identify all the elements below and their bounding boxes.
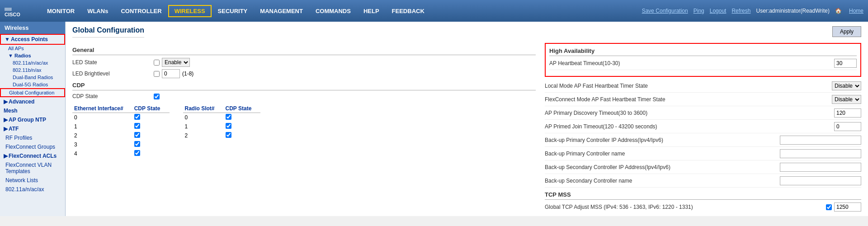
led-brightlevel-row: LED Brightlevel 0 (1-8)	[72, 69, 536, 78]
cdp-eth-checkbox-0[interactable]	[134, 114, 140, 120]
save-config-link[interactable]: Save Configuration	[642, 8, 688, 14]
sidebar-item-network-lists[interactable]: Network Lists	[0, 176, 65, 185]
cdp-eth-checkbox-3[interactable]	[134, 141, 140, 147]
cdp-eth-checkbox-cell-1	[132, 122, 170, 131]
sidebar-access-points-label: Access Points	[11, 36, 48, 42]
primed-join-input[interactable]: 0	[834, 122, 861, 131]
apply-button[interactable]: Apply	[832, 26, 861, 37]
local-mode-control: Disable Enable	[832, 81, 861, 90]
tcp-mss-control: 1250	[826, 202, 861, 212]
led-brightlevel-range: (1-8)	[182, 71, 193, 77]
cdp-eth-checkbox-1[interactable]	[134, 123, 140, 129]
cdp-radio-checkbox-cell-2	[224, 131, 261, 140]
tcp-mss-input[interactable]: 1250	[834, 202, 861, 212]
cdp-eth-checkbox-cell-0	[132, 113, 170, 122]
sidebar-item-global-config[interactable]: Global Configuration	[0, 88, 65, 97]
home-link[interactable]: Home	[849, 8, 863, 14]
cdp-radio-table: Radio Slot# CDP State 012	[183, 104, 261, 140]
content-area: Global Configuration Apply General LED S…	[66, 22, 868, 216]
sidebar-item-802-11a[interactable]: 802.11a/n/ac/ax	[0, 185, 65, 194]
sidebar-item-flexconnect-groups[interactable]: FlexConnect Groups	[0, 142, 65, 151]
nav-security[interactable]: SECURITY	[212, 5, 254, 17]
sidebar-item-all-aps[interactable]: All APs	[0, 45, 65, 52]
cdp-eth-row-3: 3	[72, 140, 170, 149]
cdp-radio-checkbox-1[interactable]	[226, 123, 231, 129]
cdp-state-control	[154, 94, 160, 99]
expand-atf-icon: ▶	[4, 126, 8, 132]
cdp-radio-checkbox-2[interactable]	[226, 132, 231, 138]
cdp-state-col-header: CDP State	[132, 104, 170, 113]
cdp-radio-checkbox-0[interactable]	[226, 114, 231, 120]
main-nav: MONITOR WLANs CONTROLLER WIRELESS SECURI…	[41, 5, 642, 17]
led-state-checkbox[interactable]	[154, 60, 160, 66]
nav-commands[interactable]: COMMANDS	[309, 5, 357, 17]
sidebar-item-mesh[interactable]: Mesh	[0, 106, 65, 115]
cdp-eth-checkbox-cell-2	[132, 131, 170, 140]
flexconnect-mode-label: FlexConnect Mode AP Fast Heartbeat Timer…	[545, 96, 832, 103]
sidebar-item-ap-group-ntp[interactable]: ▶ AP Group NTP	[0, 115, 65, 124]
nav-controller[interactable]: CONTROLLER	[114, 5, 168, 17]
local-mode-select[interactable]: Disable Enable	[832, 81, 861, 90]
sidebar-item-dual-5g[interactable]: Dual-5G Radios	[0, 81, 65, 88]
cdp-radio-checkbox-cell-1	[224, 122, 261, 131]
flexconnect-mode-select[interactable]: Disable Enable	[832, 95, 861, 104]
svg-text:CISCO: CISCO	[5, 12, 20, 17]
sidebar-item-advanced[interactable]: ▶ Advanced	[0, 97, 65, 106]
expand-advanced-icon: ▶	[4, 99, 8, 105]
refresh-link[interactable]: Refresh	[731, 8, 750, 14]
nav-monitor[interactable]: MONITOR	[41, 5, 81, 17]
nav-management[interactable]: MANAGEMENT	[254, 5, 309, 17]
high-availability-box: High Availability AP Heartbeat Timeout(1…	[545, 43, 861, 77]
cdp-state-checkbox[interactable]	[154, 94, 160, 99]
primed-join-row: AP Primed Join Timeout(120 - 43200 secon…	[545, 122, 861, 133]
backup-secondary-ip-input[interactable]	[780, 163, 861, 172]
led-state-select[interactable]: Enable	[162, 58, 190, 67]
led-state-label: LED State	[72, 59, 154, 66]
cdp-eth-iface-0: 0	[72, 113, 132, 122]
backup-primary-ip-label: Back-up Primary Controller IP Address(Ip…	[545, 137, 780, 143]
cdp-eth-checkbox-cell-4	[132, 149, 170, 158]
cdp-state-label: CDP State	[72, 93, 154, 99]
cdp-eth-checkbox-2[interactable]	[134, 132, 140, 138]
led-brightlevel-control: 0 (1-8)	[154, 69, 193, 78]
local-mode-row: Local Mode AP Fast Heartbeat Timer State…	[545, 81, 861, 93]
sidebar-item-radio-b[interactable]: 802.11b/n/ax	[0, 66, 65, 74]
backup-primary-name-input[interactable]	[780, 149, 861, 158]
cdp-eth-iface-2: 2	[72, 131, 132, 140]
nav-wireless[interactable]: WIRELESS	[168, 5, 212, 17]
top-right-actions: Save Configuration Ping Logout Refresh U…	[642, 8, 863, 14]
backup-primary-ip-input[interactable]	[780, 136, 861, 145]
sidebar-item-radio-a[interactable]: 802.11a/n/ac/ax	[0, 59, 65, 66]
primary-discovery-input[interactable]: 120	[834, 108, 861, 118]
sidebar-item-radios[interactable]: ▼ Radios	[0, 52, 65, 59]
nav-wlans[interactable]: WLANs	[81, 5, 114, 17]
ping-link[interactable]: Ping	[693, 8, 704, 14]
cdp-eth-table-container: Ethernet Interface# CDP State 01234	[72, 102, 170, 158]
backup-primary-ip-control	[780, 136, 861, 145]
sidebar-item-access-points[interactable]: ▼ Access Points	[0, 34, 65, 45]
cdp-eth-row-4: 4	[72, 149, 170, 158]
led-brightlevel-input[interactable]: 0	[162, 69, 180, 78]
cdp-eth-row-2: 2	[72, 131, 170, 140]
expand-radios-icon: ▼	[8, 53, 13, 58]
sidebar-item-rf-profiles[interactable]: RF Profiles	[0, 133, 65, 142]
cdp-radio-row-0: 0	[183, 113, 261, 122]
backup-primary-name-row: Back-up Primary Controller name	[545, 149, 861, 160]
sidebar-item-flexconnect-acls[interactable]: ▶ FlexConnect ACLs	[0, 151, 65, 160]
led-state-control: Enable	[154, 58, 190, 67]
sidebar-item-dual-band[interactable]: Dual-Band Radios	[0, 74, 65, 81]
logout-link[interactable]: Logout	[710, 8, 726, 14]
nav-feedback[interactable]: FEEDBACK	[386, 5, 431, 17]
expand-acls-icon: ▶	[4, 153, 8, 159]
tcp-mss-checkbox[interactable]	[826, 204, 832, 210]
ap-heartbeat-input[interactable]: 30	[834, 59, 857, 68]
sidebar-item-atf[interactable]: ▶ ATF	[0, 124, 65, 133]
led-brightlevel-checkbox[interactable]	[154, 71, 160, 77]
cdp-radio-state-col-header: CDP State	[224, 104, 261, 113]
nav-help[interactable]: HELP	[357, 5, 386, 17]
cdp-eth-checkbox-4[interactable]	[134, 150, 140, 156]
backup-primary-ip-row: Back-up Primary Controller IP Address(Ip…	[545, 136, 861, 147]
cdp-eth-iface-1: 1	[72, 122, 132, 131]
backup-secondary-name-input[interactable]	[780, 176, 861, 185]
sidebar-item-flexconnect-vlan[interactable]: FlexConnect VLAN Templates	[0, 160, 65, 176]
